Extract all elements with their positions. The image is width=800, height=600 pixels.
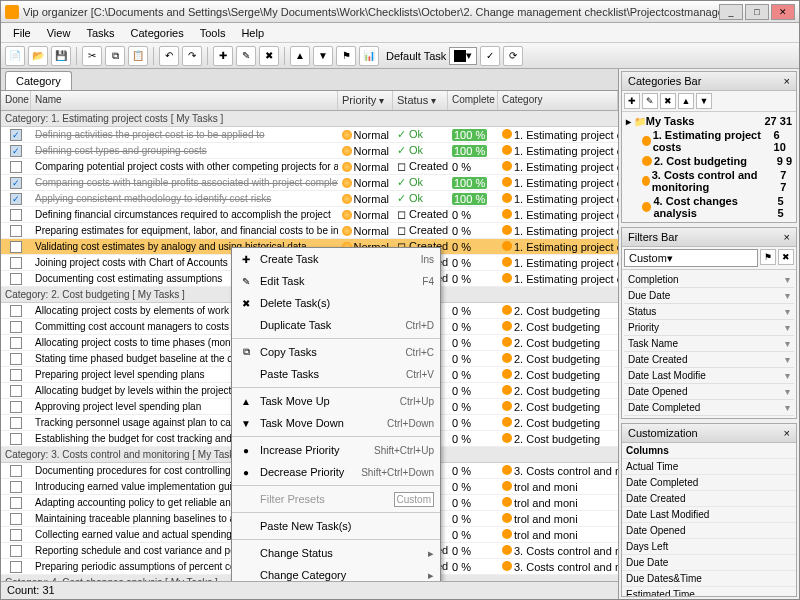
ctx-copy-tasks[interactable]: ⧉Copy TasksCtrl+C <box>232 341 440 363</box>
custom-col[interactable]: Estimated Time <box>622 587 796 597</box>
done-checkbox[interactable] <box>10 561 22 573</box>
col-name[interactable]: Name <box>31 91 338 110</box>
done-checkbox[interactable] <box>10 369 22 381</box>
ctx-task-move-up[interactable]: ▲Task Move UpCtrl+Up <box>232 390 440 412</box>
task-row[interactable]: Applying consistent methodology to ident… <box>1 191 618 207</box>
custom-col[interactable]: Actual Time <box>622 459 796 475</box>
menu-tools[interactable]: Tools <box>192 25 234 41</box>
cat-add-icon[interactable]: ✚ <box>624 93 640 109</box>
close-button[interactable]: ✕ <box>771 4 795 20</box>
filter-preset-combo[interactable]: Custom ▾ <box>624 249 758 267</box>
col-done[interactable]: Done <box>1 91 31 110</box>
tree-root[interactable]: ▸ 📁 My Tasks27 31 <box>624 114 794 128</box>
custom-col[interactable]: Due Date <box>622 555 796 571</box>
done-checkbox[interactable] <box>10 433 22 445</box>
custom-col[interactable]: Days Left <box>622 539 796 555</box>
context-menu[interactable]: ✚Create TaskIns✎Edit TaskF4✖Delete Task(… <box>231 247 441 581</box>
prio-up-icon[interactable]: ▲ <box>290 46 310 66</box>
task-row[interactable]: Comparing potential project costs with o… <box>1 159 618 175</box>
done-checkbox[interactable] <box>10 177 22 189</box>
cat-up-icon[interactable]: ▲ <box>678 93 694 109</box>
paste-icon[interactable]: 📋 <box>128 46 148 66</box>
task-delete-icon[interactable]: ✖ <box>259 46 279 66</box>
done-checkbox[interactable] <box>10 225 22 237</box>
filter-apply-icon[interactable]: ⚑ <box>760 249 776 265</box>
col-category[interactable]: Category <box>498 91 618 110</box>
apply-icon[interactable]: ✓ <box>480 46 500 66</box>
task-row[interactable]: Preparing estimates for equipment, labor… <box>1 223 618 239</box>
task-row[interactable]: Defining activities the project cost is … <box>1 127 618 143</box>
custom-col[interactable]: Due Dates&Time <box>622 571 796 587</box>
cat-edit-icon[interactable]: ✎ <box>642 93 658 109</box>
done-checkbox[interactable] <box>10 305 22 317</box>
ctx-edit-task[interactable]: ✎Edit TaskF4 <box>232 270 440 292</box>
done-checkbox[interactable] <box>10 145 22 157</box>
menu-help[interactable]: Help <box>233 25 272 41</box>
redo-icon[interactable]: ↷ <box>182 46 202 66</box>
custom-col[interactable]: Date Completed <box>622 475 796 491</box>
category-row[interactable]: Category: 1. Estimating project costs [ … <box>1 111 618 127</box>
filter-task-name[interactable]: Task Name <box>624 336 794 352</box>
ctx-create-task[interactable]: ✚Create TaskIns <box>232 248 440 270</box>
ctx-paste-new[interactable]: Paste New Task(s) <box>232 515 440 537</box>
filter-completion[interactable]: Completion <box>624 272 794 288</box>
filter-date-last-modifie[interactable]: Date Last Modifie <box>624 368 794 384</box>
filter-status[interactable]: Status <box>624 304 794 320</box>
custom-col[interactable]: Date Created <box>622 491 796 507</box>
menu-file[interactable]: File <box>5 25 39 41</box>
cat-down-icon[interactable]: ▼ <box>696 93 712 109</box>
tree-item[interactable]: 2. Cost budgeting9 9 <box>624 154 794 168</box>
done-checkbox[interactable] <box>10 337 22 349</box>
tab-category[interactable]: Category <box>5 71 72 90</box>
task-row[interactable]: Defining financial circumstances require… <box>1 207 618 223</box>
filter-date-created[interactable]: Date Created <box>624 352 794 368</box>
cut-icon[interactable]: ✂ <box>82 46 102 66</box>
done-checkbox[interactable] <box>10 241 22 253</box>
filter-clear-icon[interactable]: ✖ <box>778 249 794 265</box>
tree-item[interactable]: 1. Estimating project costs6 10 <box>624 128 794 154</box>
task-new-icon[interactable]: ✚ <box>213 46 233 66</box>
done-checkbox[interactable] <box>10 401 22 413</box>
col-complete[interactable]: Complete <box>448 91 498 110</box>
col-status[interactable]: Status ▾ <box>393 91 448 110</box>
done-checkbox[interactable] <box>10 193 22 205</box>
filter-icon[interactable]: ⚑ <box>336 46 356 66</box>
ctx-filter-presets[interactable]: Filter PresetsCustom <box>232 488 440 510</box>
done-checkbox[interactable] <box>10 513 22 525</box>
done-checkbox[interactable] <box>10 209 22 221</box>
ctx-chstatus[interactable]: Change Status <box>232 542 440 564</box>
ctx-chcat[interactable]: Change Category <box>232 564 440 581</box>
panel-close-icon[interactable]: × <box>784 427 790 439</box>
ctx-decrease-priority[interactable]: ●Decrease PriorityShift+Ctrl+Down <box>232 461 440 483</box>
filter-due-date[interactable]: Due Date <box>624 288 794 304</box>
ctx-delete-task-s-[interactable]: ✖Delete Task(s) <box>232 292 440 314</box>
done-checkbox[interactable] <box>10 353 22 365</box>
custom-col[interactable]: Date Opened <box>622 523 796 539</box>
default-task-combo[interactable]: ▾ <box>449 47 477 65</box>
chart-icon[interactable]: 📊 <box>359 46 379 66</box>
done-checkbox[interactable] <box>10 321 22 333</box>
save-icon[interactable]: 💾 <box>51 46 71 66</box>
custom-col[interactable]: Date Last Modified <box>622 507 796 523</box>
filter-priority[interactable]: Priority <box>624 320 794 336</box>
task-row[interactable]: Comparing costs with tangible profits as… <box>1 175 618 191</box>
task-row[interactable]: Defining cost types and grouping costsNo… <box>1 143 618 159</box>
done-checkbox[interactable] <box>10 465 22 477</box>
done-checkbox[interactable] <box>10 481 22 493</box>
filter-date-opened[interactable]: Date Opened <box>624 384 794 400</box>
prio-down-icon[interactable]: ▼ <box>313 46 333 66</box>
undo-icon[interactable]: ↶ <box>159 46 179 66</box>
refresh-icon[interactable]: ⟳ <box>503 46 523 66</box>
open-icon[interactable]: 📂 <box>28 46 48 66</box>
ctx-increase-priority[interactable]: ●Increase PriorityShift+Ctrl+Up <box>232 439 440 461</box>
minimize-button[interactable]: _ <box>719 4 743 20</box>
panel-close-icon[interactable]: × <box>784 231 790 243</box>
done-checkbox[interactable] <box>10 545 22 557</box>
done-checkbox[interactable] <box>10 273 22 285</box>
ctx-task-move-down[interactable]: ▼Task Move DownCtrl+Down <box>232 412 440 434</box>
panel-close-icon[interactable]: × <box>784 75 790 87</box>
task-edit-icon[interactable]: ✎ <box>236 46 256 66</box>
maximize-button[interactable]: □ <box>745 4 769 20</box>
menu-tasks[interactable]: Tasks <box>78 25 122 41</box>
done-checkbox[interactable] <box>10 497 22 509</box>
